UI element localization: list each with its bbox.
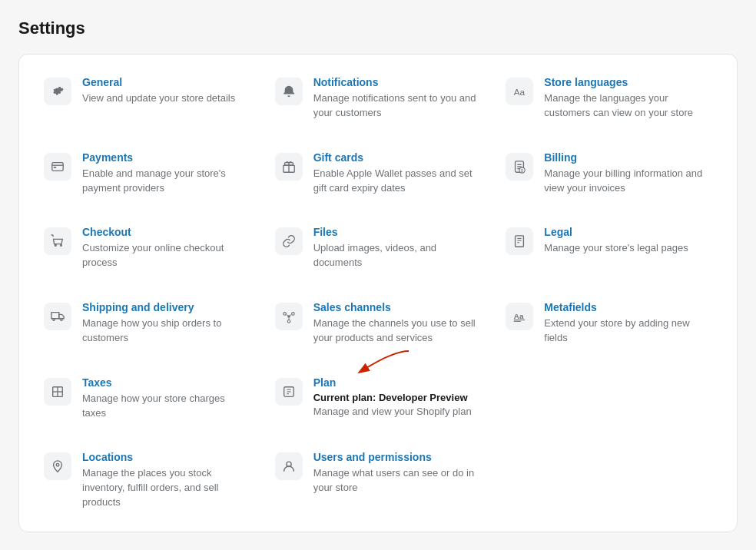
svg-point-20 [283, 313, 286, 316]
setting-subtitle-notifications: Manage notifications sent to you and you… [313, 91, 482, 121]
svg-rect-13 [516, 236, 524, 247]
setting-subtitle-metafields: Extend your store by adding new fields [544, 316, 712, 346]
setting-item-taxes[interactable]: TaxesManage how your store charges taxes [32, 361, 263, 436]
setting-highlight-plan: Current plan: Developer Preview [313, 392, 472, 403]
setting-title-checkout: Checkout [82, 226, 250, 238]
svg-line-24 [290, 314, 292, 316]
cart-icon [44, 227, 71, 255]
truck-icon [44, 303, 71, 330]
setting-title-users: Users and permissions [313, 451, 482, 463]
setting-title-sales-channels: Sales channels [313, 301, 482, 313]
setting-item-general[interactable]: GeneralView and update your store detail… [32, 61, 263, 136]
metafields-icon: Aa [506, 303, 533, 330]
setting-title-store-languages: Store languages [544, 76, 712, 88]
setting-subtitle-store-languages: Manage the languages your customers can … [544, 91, 712, 121]
svg-point-21 [291, 313, 294, 316]
svg-rect-3 [54, 167, 57, 168]
gift-icon [275, 153, 303, 181]
payment-icon [44, 153, 71, 181]
setting-subtitle-shipping: Manage how you ship orders to customers [82, 316, 250, 346]
setting-subtitle-sales-channels: Manage the channels you use to sell your… [313, 316, 482, 346]
setting-title-legal: Legal [544, 226, 688, 238]
gear-icon [44, 78, 71, 105]
channels-icon [275, 303, 303, 330]
setting-item-metafields[interactable]: AaMetafieldsExtend your store by adding … [493, 286, 724, 361]
billing-icon: $ [506, 153, 533, 181]
link-icon [275, 227, 303, 255]
setting-item-billing[interactable]: $BillingManage your billing information … [493, 136, 724, 211]
page-title: Settings [18, 18, 738, 38]
setting-subtitle-files: Upload images, videos, and documents [313, 241, 482, 270]
setting-item-locations[interactable]: LocationsManage the places you stock inv… [32, 436, 263, 525]
settings-grid: GeneralView and update your store detail… [32, 61, 724, 525]
settings-card: GeneralView and update your store detail… [18, 54, 738, 532]
setting-title-files: Files [313, 226, 482, 238]
svg-point-18 [61, 319, 63, 321]
setting-title-plan: Plan [313, 376, 472, 389]
svg-point-22 [287, 320, 290, 323]
setting-subtitle-gift-cards: Enable Apple Wallet passes and set gift … [313, 167, 482, 196]
setting-item-payments[interactable]: PaymentsEnable and manage your store's p… [32, 136, 263, 211]
svg-line-23 [286, 314, 288, 316]
svg-text:Aa: Aa [514, 87, 526, 97]
location-icon [44, 452, 71, 480]
setting-title-general: General [82, 76, 235, 88]
setting-item-sales-channels[interactable]: Sales channelsManage the channels you us… [263, 286, 494, 361]
setting-title-gift-cards: Gift cards [313, 151, 482, 164]
legal-icon [506, 227, 533, 255]
setting-item-plan[interactable]: PlanCurrent plan: Developer PreviewManag… [263, 361, 494, 436]
setting-subtitle-payments: Enable and manage your store's payment p… [82, 167, 250, 196]
setting-item-shipping[interactable]: Shipping and deliveryManage how you ship… [32, 286, 263, 361]
setting-title-taxes: Taxes [82, 376, 250, 389]
setting-title-payments: Payments [82, 151, 250, 164]
setting-subtitle-general: View and update your store details [82, 91, 235, 106]
svg-point-17 [53, 319, 55, 321]
setting-item-users[interactable]: Users and permissionsManage what users c… [263, 436, 494, 525]
setting-item-files[interactable]: FilesUpload images, videos, and document… [263, 210, 494, 286]
setting-title-locations: Locations [82, 451, 250, 463]
translate-icon: Aa [506, 78, 533, 105]
setting-subtitle-locations: Manage the places you stock inventory, f… [82, 466, 250, 510]
svg-text:Aa: Aa [514, 312, 524, 320]
setting-item-notifications[interactable]: NotificationsManage notifications sent t… [263, 61, 494, 136]
user-icon [275, 452, 303, 480]
setting-title-metafields: Metafields [544, 301, 712, 313]
svg-text:$: $ [521, 168, 523, 173]
setting-subtitle-taxes: Manage how your store charges taxes [82, 392, 250, 421]
svg-rect-1 [52, 162, 63, 171]
setting-subtitle-legal: Manage your store's legal pages [544, 241, 688, 256]
setting-title-shipping: Shipping and delivery [82, 301, 250, 313]
setting-item-gift-cards[interactable]: Gift cardsEnable Apple Wallet passes and… [263, 136, 494, 211]
setting-item-checkout[interactable]: CheckoutCustomize your online checkout p… [32, 210, 263, 286]
setting-title-notifications: Notifications [313, 76, 482, 88]
setting-subtitle-checkout: Customize your online checkout process [82, 241, 250, 270]
taxes-icon [44, 378, 71, 406]
bell-icon [275, 78, 303, 105]
setting-subtitle-plan: Manage and view your Shopify plan [313, 405, 472, 419]
setting-item-legal[interactable]: LegalManage your store's legal pages [493, 210, 724, 286]
setting-subtitle-billing: Manage your billing information and view… [544, 167, 712, 196]
setting-item-store-languages[interactable]: AaStore languagesManage the languages yo… [493, 61, 724, 136]
setting-title-billing: Billing [544, 151, 712, 164]
plan-icon [275, 378, 303, 406]
setting-subtitle-users: Manage what users can see or do in your … [313, 466, 482, 495]
